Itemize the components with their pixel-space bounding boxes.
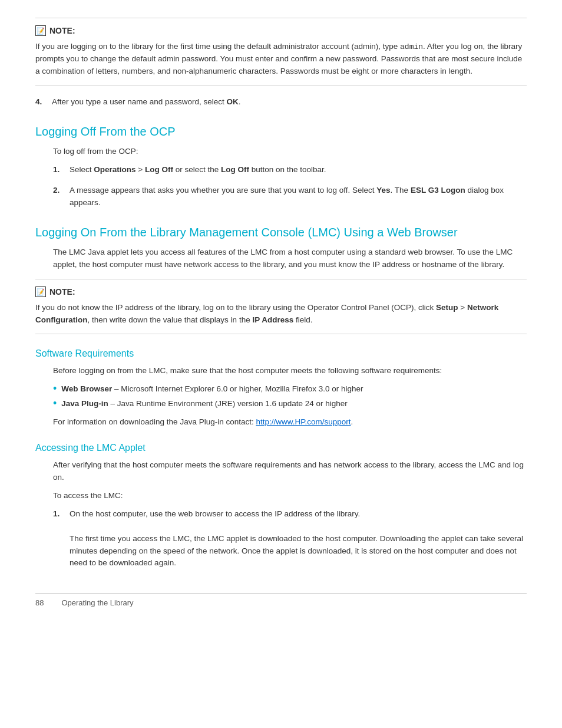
lmc-applet-steps: 1. On the host computer, use the web bro… — [53, 508, 527, 570]
note-box-2: 📝 NOTE: If you do not know the IP addres… — [35, 279, 527, 334]
software-footer-text: For information on downloading the Java … — [53, 417, 256, 426]
bullet-java-bold: Java Plug-in — [61, 399, 108, 408]
logoff-logoff-btn-bold: Log Off — [221, 165, 249, 174]
logoff-yes-bold: Yes — [376, 186, 390, 195]
note-text-2c: field. — [293, 315, 312, 324]
lmc-applet-step-1-text: On the host computer, use the web browse… — [70, 509, 360, 518]
logoff-dialog-bold: ESL G3 Logon — [411, 186, 465, 195]
note-text-1: If you are logging on to the library for… — [35, 41, 527, 78]
note-text-2a: If you do not know the IP address of the… — [35, 303, 436, 312]
lmc-applet-intro2: To access the LMC: — [53, 490, 527, 502]
page-number: 88 — [35, 598, 44, 607]
logoff-operations-bold: Operations — [94, 165, 135, 174]
note-header-2: 📝 NOTE: — [35, 286, 527, 297]
note-label-2: NOTE: — [49, 287, 75, 297]
footer-label: Operating the Library — [61, 598, 133, 607]
bullet-dot-1: • — [53, 383, 57, 396]
lmc-applet-intro1: After verifying that the host computer m… — [53, 459, 527, 484]
software-bullet-list: • Web Browser – Microsoft Internet Explo… — [53, 383, 527, 410]
step-4-end: . — [239, 97, 241, 106]
note-ipaddr-bold: IP Address — [252, 315, 293, 324]
logoff-logoff-bold: Log Off — [145, 165, 173, 174]
section-heading-logoff: Logging Off From the OCP — [35, 125, 527, 139]
step-4-content: After you type a user name and password,… — [52, 96, 527, 108]
note-label-1: NOTE: — [49, 26, 75, 35]
logoff-step-2-content: A message appears that asks you whether … — [70, 185, 527, 209]
page-footer: 88 Operating the Library — [35, 593, 527, 607]
lmc-applet-step-1-content: On the host computer, use the web browse… — [70, 508, 527, 570]
note-text-2: If you do not know the IP address of the… — [35, 302, 527, 327]
bullet-web-text: Web Browser – Microsoft Internet Explore… — [61, 383, 363, 396]
software-footer-end: . — [351, 417, 353, 426]
software-footer: For information on downloading the Java … — [53, 416, 527, 429]
note-text-1a: If you are logging on to the library for… — [35, 42, 400, 51]
bullet-web-bold: Web Browser — [61, 384, 112, 393]
bullet-web-browser: • Web Browser – Microsoft Internet Explo… — [53, 383, 527, 396]
subsection-heading-lmc-applet: Accessing the LMC Applet — [35, 443, 527, 453]
logoff-step-2: 2. A message appears that asks you wheth… — [53, 185, 527, 209]
logoff-steps: 1. Select Operations > Log Off or select… — [53, 164, 527, 209]
step-4-num: 4. — [35, 96, 46, 108]
note-icon-2: 📝 — [35, 286, 46, 297]
step-4-text: After you type a user name and password,… — [52, 97, 226, 106]
subsection-heading-software: Software Requirements — [35, 348, 527, 359]
section-heading-lmc: Logging On From the Library Management C… — [35, 226, 527, 239]
bullet-dot-2: • — [53, 397, 57, 410]
bullet-java-plugin: • Java Plug-in – Java Runtime Environmen… — [53, 398, 527, 410]
lmc-applet-step-1-num: 1. — [53, 508, 64, 570]
note-arrow-2: > — [458, 303, 467, 312]
lmc-intro: The LMC Java applet lets you access all … — [53, 246, 527, 271]
logoff-intro: To log off from the OCP: — [53, 146, 527, 158]
bullet-java-text: Java Plug-in – Java Runtime Environment … — [61, 398, 348, 410]
lmc-applet-step-1: 1. On the host computer, use the web bro… — [53, 508, 527, 570]
step-4: 4. After you type a user name and passwo… — [35, 96, 527, 108]
note-icon-1: 📝 — [35, 25, 46, 36]
note-header-1: 📝 NOTE: — [35, 25, 527, 36]
logoff-step-1-num: 1. — [53, 164, 64, 176]
hp-support-link[interactable]: http://www.HP.com/support — [256, 417, 351, 426]
logoff-step-1-content: Select Operations > Log Off or select th… — [70, 164, 527, 176]
step-4-bold: OK — [226, 97, 238, 106]
logoff-step-2-num: 2. — [53, 185, 64, 209]
note-setup-bold: Setup — [436, 303, 458, 312]
note-code-1: admin — [400, 42, 423, 51]
software-intro: Before logging on from the LMC, make sur… — [53, 365, 527, 377]
lmc-applet-step-1-sub: The first time you access the LMC, the L… — [70, 534, 523, 568]
note-text-2b: , then write down the value that display… — [87, 315, 252, 324]
note-box-1: 📝 NOTE: If you are logging on to the lib… — [35, 18, 527, 85]
logoff-step-1: 1. Select Operations > Log Off or select… — [53, 164, 527, 176]
